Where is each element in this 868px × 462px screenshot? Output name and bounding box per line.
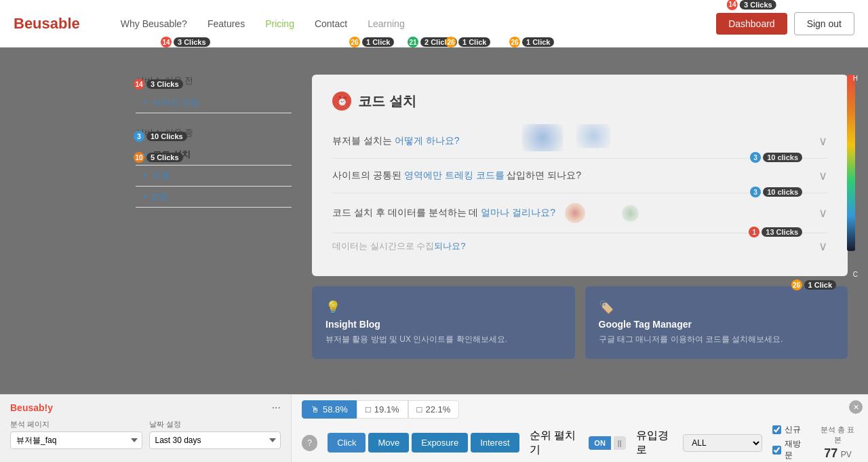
- colorscale-bar: [847, 75, 855, 251]
- faq-text-1: 뷰저블 설치는 어떻게 하나요?: [332, 135, 818, 147]
- contact-badge: 26 1 Click: [505, 35, 559, 49]
- nav-why[interactable]: Why Beusable?: [121, 18, 187, 29]
- pv-unit: PV: [841, 450, 852, 459]
- faq-text-2: 사이트의 공통된 영역에만 트레킹 코드를 삽입하면 되나요?: [332, 170, 818, 182]
- nav-learning[interactable]: Learning: [368, 18, 405, 29]
- gtm-icon: 🏷️: [599, 300, 835, 315]
- sidebar-item-protect[interactable]: 보호: [136, 187, 292, 208]
- faq-badge-2: 3 10 clicks: [745, 151, 807, 164]
- stats-icon-2: □: [417, 404, 422, 415]
- toggle-pause[interactable]: ||: [614, 436, 626, 450]
- toolbar-right: 🖱 58.8% □ 19.1% □ 22.1% ? Click Move Exp…: [292, 395, 868, 462]
- page-field-label: 분석 페이지: [10, 419, 142, 429]
- sidebar-item-intro[interactable]: 서비스 도입 14 3 Clicks: [136, 92, 292, 113]
- ranking-label: 순위 펼치기: [530, 429, 584, 457]
- path-label: 유입경로: [636, 429, 678, 457]
- path-select[interactable]: ALL: [683, 434, 762, 452]
- bottom-cards: 💡 Insight Blog 뷰저블 활용 방법 및 UX 인사이트를 확인해보…: [312, 286, 848, 359]
- toolbar-menu-button[interactable]: ···: [272, 402, 281, 414]
- checkbox-new: 신규: [772, 424, 808, 436]
- stats-tab-2[interactable]: □ 22.1%: [408, 400, 460, 419]
- toggle-on[interactable]: ON: [589, 436, 611, 450]
- logo-badge: 14 3 Clicks: [156, 35, 215, 49]
- sidebar-badge2: 3 10 Clicks: [129, 130, 192, 143]
- nav-links: Why Beusable? Features Pricing Contact L…: [121, 18, 716, 29]
- stats-icon-1: □: [366, 404, 371, 415]
- checkboxes: 신규 재방문: [772, 424, 808, 461]
- stats-tabs: 🖱 58.8% □ 19.1% □ 22.1%: [302, 400, 459, 419]
- stats-tab-0[interactable]: 🖱 58.8%: [302, 400, 357, 419]
- checkbox-return: 재방문: [772, 438, 808, 461]
- colorscale: H C: [844, 75, 858, 278]
- sidebar-section-during: 서비스 이용 중 코드 설치 3 10 Clicks 이용 10 5 Click…: [136, 127, 292, 208]
- faq-arrow-3: ∨: [818, 206, 827, 220]
- blog-title: Insight Blog: [326, 319, 561, 330]
- dashboard-button[interactable]: Dashboard 14 3 Clicks: [716, 13, 787, 35]
- heatmap-blob-3: [565, 203, 585, 223]
- bottom-card-gtm[interactable]: 🏷️ Google Tag Manager 구글 태그 매니저를 이용하여 코드…: [585, 286, 848, 359]
- gtm-badge: 26 1 Click: [787, 278, 841, 292]
- toggle-container: ON ||: [589, 436, 625, 450]
- date-field: 날짜 설정 Last 30 days: [149, 419, 281, 449]
- ranking-section: 순위 펼치기 ON ||: [530, 429, 626, 457]
- heatmap-blob-1a: [522, 124, 563, 151]
- nav-features[interactable]: Features: [208, 18, 245, 29]
- date-select[interactable]: Last 30 days: [149, 431, 281, 449]
- toolbar-fields: 분석 페이지 뷰저블_faq 날짜 설정 Last 30 days: [10, 419, 281, 449]
- bottom-card-blog[interactable]: 💡 Insight Blog 뷰저블 활용 방법 및 UX 인사이트를 확인해보…: [312, 286, 575, 359]
- pv-value-row: 77 PV: [818, 446, 858, 461]
- faq-arrow-2: ∨: [818, 168, 827, 183]
- toolbar-left: Beusab!y ··· 분석 페이지 뷰저블_faq 날짜 설정 Last 3…: [0, 395, 292, 462]
- faq-item-4[interactable]: 데이터는 실시간으로 수집되나요? ∨ 1 13 Clicks: [332, 233, 827, 259]
- blog-desc: 뷰저블 활용 방법 및 UX 인사이트를 확인해보세요.: [326, 334, 561, 345]
- path-section: 유입경로 ALL: [636, 429, 762, 457]
- action-buttons: Click Move Exposure Interest: [328, 433, 519, 453]
- sidebar-badge1: 14 3 Clicks: [129, 77, 188, 91]
- heatmap-blob-3b: [622, 205, 639, 222]
- toolbar-top-row: 🖱 58.8% □ 19.1% □ 22.1%: [302, 400, 858, 419]
- pv-section: 분석 총 표본 77 PV: [818, 425, 858, 461]
- checkbox-new-label: 신규: [785, 424, 801, 436]
- checkbox-return-input[interactable]: [772, 446, 781, 455]
- signout-button[interactable]: Sign out: [794, 12, 854, 35]
- heatmap-blob-1b: [576, 124, 610, 148]
- colorscale-c-label: C: [853, 271, 858, 278]
- sidebar: 서비스 이용 전 서비스 도입 14 3 Clicks 서비스 이용 중 코드 …: [136, 75, 292, 221]
- move-btn[interactable]: Move: [368, 433, 409, 453]
- checkbox-new-input[interactable]: [772, 425, 781, 434]
- colorscale-h-label: H: [853, 75, 858, 82]
- toolbar-brand: Beusab!y ···: [10, 402, 281, 414]
- toolbar-bottom-row: ? Click Move Exposure Interest 순위 펼치기 ON…: [302, 424, 858, 461]
- bottom-toolbar: Beusab!y ··· 분석 페이지 뷰저블_faq 날짜 설정 Last 3…: [0, 394, 868, 462]
- badge-num: 14: [727, 0, 738, 10]
- help-button[interactable]: ?: [302, 435, 317, 451]
- faq-arrow-1: ∨: [818, 134, 827, 149]
- nav-contact[interactable]: Contact: [315, 18, 347, 29]
- page-field: 분석 페이지 뷰저블_faq: [10, 419, 142, 449]
- exposure-btn[interactable]: Exposure: [412, 433, 468, 453]
- logo: Beusable: [14, 15, 80, 33]
- sidebar-badge3: 10 5 Clicks: [129, 151, 188, 164]
- pv-value: 77: [824, 446, 837, 460]
- toolbar-brand-name: Beusab!y: [10, 402, 53, 413]
- checkbox-return-label: 재방문: [785, 438, 808, 461]
- stats-value-1: 19.1%: [374, 404, 399, 415]
- content-card-main: 코드 설치 뷰저블 설치는 어떻게 하나요? ∨ 사이트의 공통된 영역에만 트…: [312, 75, 848, 276]
- close-button[interactable]: ✕: [849, 400, 863, 414]
- badge-text: 3 Clicks: [740, 0, 776, 9]
- faq-badge-3a: 3 10 clicks: [745, 185, 807, 199]
- dashboard-badge: 14 3 Clicks: [722, 0, 781, 12]
- sidebar-section-before: 서비스 이용 전 서비스 도입 14 3 Clicks: [136, 75, 292, 113]
- page-select[interactable]: 뷰저블_faq: [10, 431, 142, 449]
- interest-btn[interactable]: Interest: [471, 433, 519, 453]
- stats-tab-1[interactable]: □ 19.1%: [357, 400, 408, 419]
- nav-pricing[interactable]: Pricing: [265, 18, 294, 29]
- stats-value-2: 22.1%: [425, 404, 450, 415]
- gtm-desc: 구글 태그 매니저를 이용하여 코드를 설치해보세요.: [599, 334, 835, 345]
- faq-text-3: 코드 설치 후 데이터를 분석하는 데 얼마나 걸리나요?: [332, 203, 818, 223]
- gtm-title: Google Tag Manager: [599, 319, 835, 330]
- features-badge1: 26 1 Click: [344, 35, 399, 49]
- sidebar-item-usage[interactable]: 이용 10 5 Clicks: [136, 166, 292, 187]
- click-btn[interactable]: Click: [328, 433, 366, 453]
- stats-icon-0: 🖱: [311, 404, 319, 415]
